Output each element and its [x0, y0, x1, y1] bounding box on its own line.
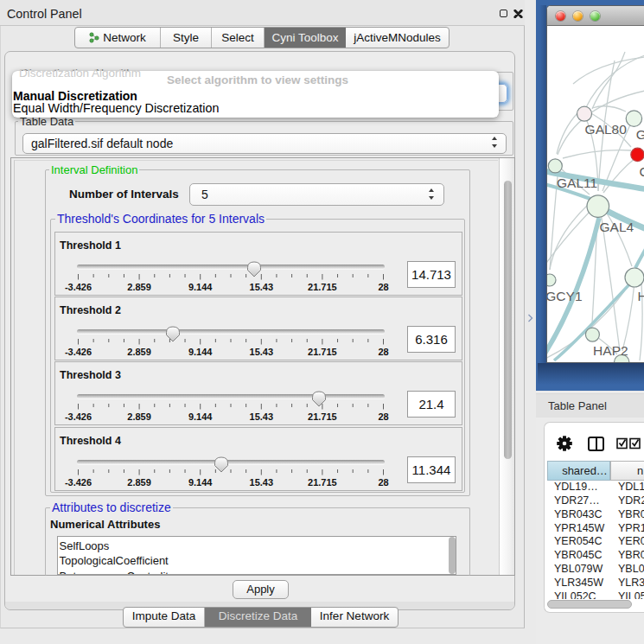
svg-text:GAL4: GAL4: [600, 220, 634, 234]
svg-text:C: C: [640, 164, 644, 179]
svg-text:HI: HI: [637, 289, 644, 303]
svg-text:GCY1: GCY1: [547, 289, 583, 303]
svg-text:GAL80: GAL80: [585, 122, 628, 137]
svg-text:GA: GA: [636, 127, 644, 142]
svg-text:GAL11: GAL11: [557, 175, 597, 190]
svg-text:HAP2: HAP2: [593, 343, 628, 358]
